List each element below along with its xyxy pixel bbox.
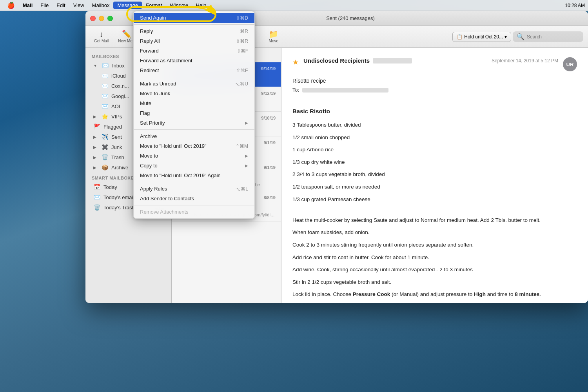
get-mail-button[interactable]: ↓ Get Mail bbox=[90, 29, 113, 45]
menu-sep-3 bbox=[134, 182, 254, 182]
menu-sep-0 bbox=[134, 24, 254, 25]
move-to-arrow-icon: ▶ bbox=[245, 154, 248, 158]
reply-all-label: Reply All bbox=[140, 38, 160, 44]
set-priority-label: Set Priority bbox=[140, 120, 165, 126]
menu-remove-attachments: Remove Attachments bbox=[134, 207, 254, 217]
menu-flag[interactable]: Flag bbox=[134, 108, 254, 118]
trash-icon: 🗑️ bbox=[101, 154, 108, 160]
menu-reply[interactable]: Reply ⌘R bbox=[134, 26, 254, 36]
junk-expander-icon[interactable]: ▶ bbox=[93, 145, 96, 149]
msg-date-2: 9/10/19 bbox=[261, 116, 276, 120]
move-hold-shortcut: ⌃⌘M bbox=[236, 143, 248, 149]
email-divider bbox=[292, 101, 577, 101]
menu-apply-rules[interactable]: Apply Rules ⌥⌘L bbox=[134, 184, 254, 194]
ingredient-7: 1/3 cup grated Parmesan cheese bbox=[292, 195, 577, 204]
vips-expander-icon[interactable]: ▶ bbox=[93, 114, 96, 119]
sent-expander-icon[interactable]: ▶ bbox=[93, 135, 96, 139]
junk-icon: ✖️ bbox=[101, 144, 108, 150]
toolbar-separator-2 bbox=[260, 30, 260, 44]
cox-icon: ✉️ bbox=[101, 83, 108, 89]
menubar: 🍎 Mail File Edit View Mailbox Message Fo… bbox=[0, 0, 588, 11]
menu-redirect[interactable]: Redirect ⇧⌘E bbox=[134, 65, 254, 75]
menu-mark-unread[interactable]: Mark as Unread ⌥⌘U bbox=[134, 79, 254, 89]
email-header: ★ Undisclosed Recipients September 14, 2… bbox=[292, 57, 577, 71]
menubar-file[interactable]: File bbox=[36, 2, 53, 9]
inbox-expander-icon[interactable]: ▼ bbox=[93, 64, 97, 68]
menu-copy-to[interactable]: Copy to ▶ bbox=[134, 161, 254, 171]
mute-label: Mute bbox=[140, 100, 151, 106]
instruction-2: When foam subsides, add onion. bbox=[292, 228, 577, 237]
star-button[interactable]: ★ bbox=[292, 58, 299, 67]
email-from-block: Undisclosed Recipients September 14, 201… bbox=[303, 57, 558, 64]
trash-expander-icon[interactable]: ▶ bbox=[93, 155, 96, 160]
menu-add-sender[interactable]: Add Sender to Contacts bbox=[134, 194, 254, 203]
move-hold-label: Move to "Hold until Oct 2019" bbox=[140, 143, 207, 149]
email-avatar: UR bbox=[563, 57, 577, 71]
menu-mute[interactable]: Mute bbox=[134, 98, 254, 108]
send-again-label: Send Again bbox=[140, 15, 166, 21]
sent-icon: ✈️ bbox=[101, 134, 108, 140]
window-title: Sent (240 messages) bbox=[326, 15, 375, 21]
menubar-mailbox[interactable]: Mailbox bbox=[88, 2, 114, 9]
menubar-window[interactable]: Window bbox=[166, 2, 192, 9]
email-sender-name: Undisclosed Recipients bbox=[303, 57, 370, 64]
menu-move-to-junk[interactable]: Move to Junk bbox=[134, 89, 254, 98]
menubar-edit[interactable]: Edit bbox=[53, 2, 69, 9]
ingredient-6: 1/2 teaspoon salt, or more as needed bbox=[292, 183, 577, 191]
email-to: To: bbox=[292, 87, 577, 93]
ingredient-3: 1 cup Arborio rice bbox=[292, 145, 577, 154]
email-to-label: To: bbox=[292, 87, 299, 93]
inbox-icon: ✉️ bbox=[102, 62, 109, 69]
ingredient-1: 3 Tablespoons butter, divided bbox=[292, 121, 577, 129]
menu-archive[interactable]: Archive bbox=[134, 131, 254, 141]
move-icon: 📁 bbox=[269, 30, 278, 38]
icloud-icon: ✉️ bbox=[101, 73, 108, 79]
mark-unread-shortcut: ⌥⌘U bbox=[234, 81, 248, 87]
menu-forward[interactable]: Forward ⇧⌘F bbox=[134, 46, 254, 56]
email-date: September 14, 2019 at 5:12 PM bbox=[492, 58, 558, 64]
menubar-help[interactable]: Help bbox=[192, 2, 211, 9]
menu-move-to[interactable]: Move to ▶ bbox=[134, 151, 254, 161]
menubar-message[interactable]: Message bbox=[113, 2, 142, 9]
compose-icon: ✏️ bbox=[122, 30, 132, 38]
hold-button[interactable]: 📋 Hold until Oct 20... ▾ bbox=[452, 32, 511, 42]
move-button[interactable]: 📁 Move bbox=[264, 29, 283, 45]
msg-date-0: 9/14/19 bbox=[261, 66, 276, 71]
search-box[interactable]: 🔍 bbox=[513, 31, 583, 42]
archive-label: Archive bbox=[140, 133, 157, 139]
close-button[interactable] bbox=[90, 16, 96, 21]
hold-label: Hold until Oct 20... bbox=[464, 34, 503, 40]
menu-sep-2 bbox=[134, 129, 254, 130]
msg-date-3: 9/1/19 bbox=[263, 140, 276, 145]
archive-expander-icon[interactable]: ▶ bbox=[93, 165, 96, 170]
search-input[interactable] bbox=[527, 34, 582, 40]
message-dropdown-menu: Send Again ⇧⌘D Reply ⌘R Reply All ⇧⌘R Fo… bbox=[133, 11, 255, 219]
apple-menu[interactable]: 🍎 bbox=[3, 1, 19, 10]
move-again-label: Move to "Hold until Oct 2019" Again bbox=[140, 172, 221, 178]
menu-move-again[interactable]: Move to "Hold until Oct 2019" Again bbox=[134, 171, 254, 180]
menu-set-priority[interactable]: Set Priority ▶ bbox=[134, 118, 254, 128]
menubar-view[interactable]: View bbox=[69, 2, 88, 9]
instruction-6: Stir in 2 1/2 cups vegetable broth and s… bbox=[292, 278, 577, 287]
menu-forward-as-attachment[interactable]: Forward as Attachment bbox=[134, 56, 254, 65]
minimize-button[interactable] bbox=[99, 16, 104, 21]
menubar-format[interactable]: Format bbox=[142, 2, 166, 9]
add-sender-label: Add Sender to Contacts bbox=[140, 196, 194, 201]
menu-reply-all[interactable]: Reply All ⇧⌘R bbox=[134, 36, 254, 46]
move-label: Move bbox=[269, 39, 278, 43]
copy-to-arrow-icon: ▶ bbox=[245, 163, 248, 168]
instruction-4: Add rice and stir to coat in butter. Coo… bbox=[292, 253, 577, 262]
menubar-mail[interactable]: Mail bbox=[19, 2, 36, 9]
msg-date-5: 8/8/19 bbox=[263, 195, 276, 200]
maximize-button[interactable] bbox=[107, 16, 113, 21]
hold-icon: 📋 bbox=[457, 34, 463, 40]
menu-move-to-hold[interactable]: Move to "Hold until Oct 2019" ⌃⌘M bbox=[134, 141, 254, 151]
set-priority-arrow-icon: ▶ bbox=[245, 121, 248, 125]
hold-chevron-icon: ▾ bbox=[505, 34, 507, 40]
redirect-label: Redirect bbox=[140, 67, 159, 73]
apply-rules-label: Apply Rules bbox=[140, 186, 167, 192]
menu-send-again[interactable]: Send Again ⇧⌘D bbox=[134, 13, 254, 23]
email-subject: Risotto recipe bbox=[292, 78, 577, 84]
instruction-7: Lock lid in place. Choose Pressure Cook … bbox=[292, 290, 577, 299]
email-preview: ★ Undisclosed Recipients September 14, 2… bbox=[281, 48, 588, 303]
